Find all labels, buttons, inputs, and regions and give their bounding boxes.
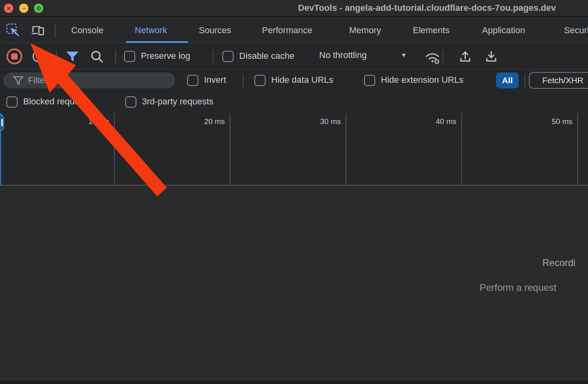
third-party-requests-checkbox[interactable] xyxy=(125,96,136,108)
filter-all-button[interactable]: All xyxy=(496,72,519,88)
tab-security[interactable]: Security xyxy=(564,18,588,43)
chevron-down-icon[interactable]: ▼ xyxy=(401,52,407,58)
zoom-disabled-icon xyxy=(36,6,42,11)
import-har-button[interactable] xyxy=(458,49,472,65)
toolbar-separator xyxy=(213,50,214,63)
minimize-button[interactable] xyxy=(19,4,28,13)
timeline-label-10ms: 10 ms xyxy=(70,117,109,126)
search-icon xyxy=(90,49,105,64)
close-icon xyxy=(6,6,12,11)
preserve-log-label: Preserve log xyxy=(141,51,190,61)
disable-cache-checkbox[interactable] xyxy=(222,51,234,62)
timeline-label-30ms: 30 ms xyxy=(302,117,341,126)
network-options-bar: Blocked requests 3rd-party requests xyxy=(0,91,588,113)
hide-data-urls-label: Hide data URLs xyxy=(271,75,333,85)
filter-input[interactable] xyxy=(28,74,168,87)
timeline-label-20ms: 20 ms xyxy=(186,117,225,126)
hide-data-urls-checkbox[interactable] xyxy=(254,75,266,86)
tab-application[interactable]: Application xyxy=(482,18,525,43)
overview-left-grip-handle[interactable] xyxy=(0,114,4,131)
zoom-button[interactable] xyxy=(34,4,43,13)
network-filter-bar: Invert Hide data URLs Hide extension URL… xyxy=(0,70,588,91)
throttling-dropdown[interactable]: No throttling xyxy=(319,50,367,60)
grip-bar xyxy=(1,119,3,126)
empty-state-recording-text: Recordi xyxy=(542,257,576,268)
network-overview-timeline[interactable]: 10 ms 20 ms 30 ms 40 ms 50 ms xyxy=(0,113,588,186)
upload-icon xyxy=(458,49,472,64)
invert-checkbox[interactable] xyxy=(187,75,198,86)
device-toolbar-button[interactable] xyxy=(30,23,46,38)
tab-memory[interactable]: Memory xyxy=(349,18,381,43)
funnel-outline-icon xyxy=(13,76,24,86)
filter-input-pill[interactable] xyxy=(3,72,175,88)
timeline-gridline xyxy=(230,113,230,185)
empty-state-hint-text: Perform a request xyxy=(480,282,556,293)
minimize-icon xyxy=(21,6,27,11)
filter-separator xyxy=(524,74,525,87)
blocked-requests-checkbox[interactable] xyxy=(6,96,18,108)
clear-network-log-button[interactable] xyxy=(31,49,46,65)
toolbar-separator xyxy=(442,50,443,63)
window-bottom-edge xyxy=(0,381,588,384)
disable-cache-label: Disable cache xyxy=(239,51,294,61)
blocked-requests-label: Blocked requests xyxy=(23,96,91,107)
tab-network[interactable]: Network xyxy=(135,18,167,43)
wifi-gear-icon xyxy=(423,49,442,65)
title-bar: DevTools - angela-add-tutorial.cloudflar… xyxy=(0,0,588,17)
filter-toggle-button[interactable] xyxy=(65,50,80,64)
timeline-gridline xyxy=(577,113,578,185)
timeline-gridline xyxy=(461,113,462,185)
timeline-label-50ms: 50 ms xyxy=(533,117,572,126)
tab-console[interactable]: Console xyxy=(71,18,104,43)
timeline-gridline xyxy=(346,113,346,185)
timeline-gridline xyxy=(114,113,115,185)
stop-record-icon xyxy=(5,47,24,66)
close-button[interactable] xyxy=(4,4,13,13)
device-toolbar-icon xyxy=(30,23,46,38)
filter-separator xyxy=(243,74,244,87)
tabbar-separator xyxy=(55,24,56,37)
hide-extension-urls-checkbox[interactable] xyxy=(364,75,375,86)
filter-fetch-xhr-button[interactable]: Fetch/XHR xyxy=(529,72,588,89)
search-button[interactable] xyxy=(90,49,105,66)
toolbar-separator xyxy=(115,50,116,63)
preserve-log-checkbox[interactable] xyxy=(124,51,135,62)
devtools-tab-bar: Console Network Sources Performance Memo… xyxy=(0,18,588,43)
tab-elements[interactable]: Elements xyxy=(413,18,450,43)
active-tab-underline xyxy=(126,41,188,43)
tab-performance[interactable]: Performance xyxy=(262,18,312,43)
devtools-window: DevTools - angela-add-tutorial.cloudflar… xyxy=(0,0,588,384)
timeline-label-40ms: 40 ms xyxy=(417,117,456,126)
network-request-panel: Recordi Perform a request xyxy=(0,186,588,381)
invert-label: Invert xyxy=(204,75,226,85)
download-icon xyxy=(484,49,498,64)
network-conditions-button[interactable] xyxy=(423,49,442,66)
toolbar-separator xyxy=(56,50,57,63)
record-network-log-button[interactable] xyxy=(5,47,24,67)
third-party-requests-label: 3rd-party requests xyxy=(142,96,214,107)
clear-icon xyxy=(31,49,46,64)
inspect-element-button[interactable] xyxy=(6,23,21,38)
tab-sources[interactable]: Sources xyxy=(199,18,231,43)
export-har-button[interactable] xyxy=(484,49,498,65)
hide-extension-urls-label: Hide extension URLs xyxy=(381,75,464,85)
inspect-cursor-icon xyxy=(6,23,21,38)
funnel-icon xyxy=(65,50,80,63)
network-toolbar: Preserve log Disable cache No throttling… xyxy=(0,44,588,69)
window-title: DevTools - angela-add-tutorial.cloudflar… xyxy=(298,3,556,13)
